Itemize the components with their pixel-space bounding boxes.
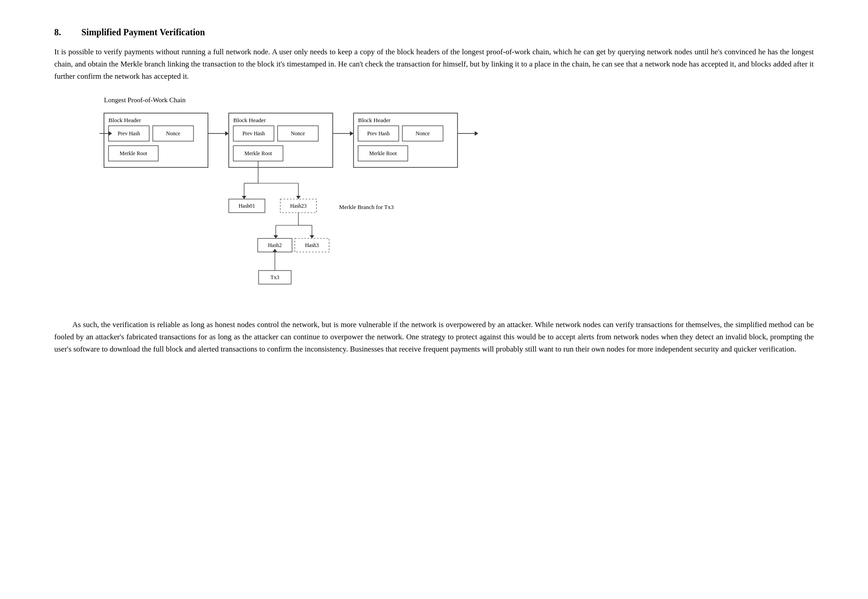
tx3-label: Tx3 <box>270 274 279 280</box>
blockchain-diagram: Block Header Prev Hash Nonce Merkle Root… <box>99 109 493 303</box>
bottom-paragraph: As such, the verification is reliable as… <box>54 319 814 356</box>
block3-merkle-label: Merkle Root <box>369 150 397 157</box>
block2-nonce-label: Nonce <box>291 130 305 137</box>
hash23-label: Hash23 <box>290 203 307 209</box>
arrow-hash23-head <box>296 196 301 199</box>
arrow-hash2-head <box>274 235 278 238</box>
diagram-svg: Block Header Prev Hash Nonce Merkle Root… <box>99 109 493 305</box>
arrow-b1-b2-head <box>225 131 229 136</box>
merkle-branch-label: Merkle Branch for Tx3 <box>339 204 394 210</box>
block2-prevhash-label: Prev Hash <box>242 130 265 137</box>
hash3-label: Hash3 <box>305 242 319 248</box>
diagram-area: Longest Proof-of-Work Chain Block Header… <box>54 96 814 305</box>
block3-prevhash-label: Prev Hash <box>367 130 390 137</box>
arrow-hash01-head <box>242 196 246 199</box>
section-number: 8. <box>54 27 71 38</box>
hash01-label: Hash01 <box>239 203 255 209</box>
block2-header-label: Block Header <box>233 117 266 124</box>
block1-merkle-label: Merkle Root <box>120 150 148 157</box>
hash2-label: Hash2 <box>268 242 282 248</box>
block3-nonce-label: Nonce <box>415 130 429 137</box>
diagram-chain-label: Longest Proof-of-Work Chain <box>104 96 185 104</box>
block2-merkle-label: Merkle Root <box>245 150 273 157</box>
arrow-b3-right-head <box>475 131 478 136</box>
section-header: 8. Simplified Payment Verification <box>54 27 814 38</box>
block1-header-label: Block Header <box>108 117 142 124</box>
block3-header-label: Block Header <box>358 117 391 124</box>
intro-paragraph: It is possible to verify payments withou… <box>54 46 814 83</box>
arrow-b2-b3-head <box>350 131 354 136</box>
block1-nonce-label: Nonce <box>166 130 180 137</box>
section-title: Simplified Payment Verification <box>81 27 205 38</box>
block1-prevhash-label: Prev Hash <box>118 130 140 137</box>
arrow-hash3-head <box>310 235 314 238</box>
